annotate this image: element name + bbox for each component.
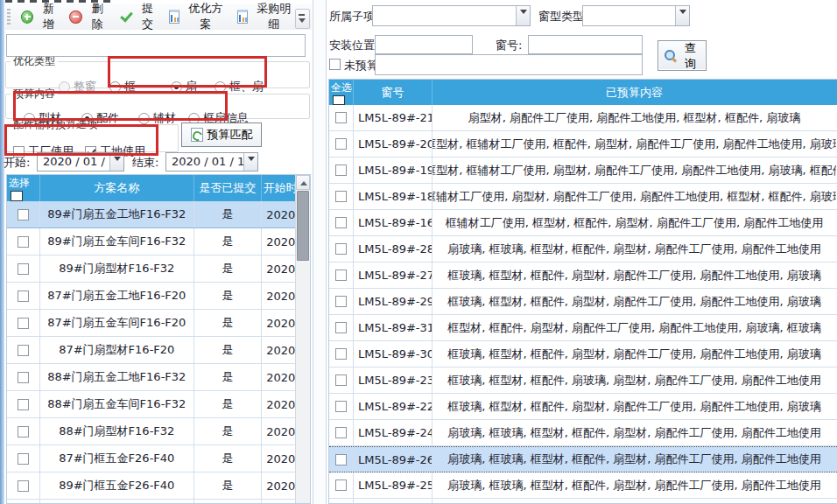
table-row[interactable]: LM5L-89#-21F19 扇型材, 扇配件工厂使用, 扇配件工地使用, 框型… <box>329 105 837 131</box>
no-budget-input[interactable] <box>375 54 643 75</box>
window-no-cell: LM5L-89#-21F19 <box>354 105 433 130</box>
table-row[interactable]: 87#门扇五金工地F16-F20 是 2020/0 <box>7 283 310 310</box>
row-checkbox[interactable] <box>335 243 347 255</box>
toolbar-grip[interactable] <box>7 9 11 24</box>
row-checkbox[interactable] <box>18 263 29 275</box>
table-row[interactable]: LM5L-89#-29F27 框玻璃, 框型材, 框配件, 扇型材, 扇配件工厂… <box>329 289 837 315</box>
row-checkbox[interactable] <box>18 453 29 465</box>
table-row[interactable]: LM5L-89#-27F25 框玻璃, 框型材, 框配件, 扇型材, 扇配件工厂… <box>329 262 837 289</box>
start-date-picker[interactable]: 2020 / 01 / 1 <box>37 152 124 172</box>
caret-down-icon[interactable] <box>109 153 123 171</box>
caret-down-icon[interactable] <box>516 6 530 25</box>
budgeted-content-cell: 扇型材, 扇配件工厂使用, 扇配件工地使用, 框型材, 框配件, 扇玻璃 <box>433 105 836 130</box>
table-row[interactable]: LM5L-89#-20F18 框型材, 框辅材工厂使用, 框配件, 扇型材, 扇… <box>329 131 837 158</box>
add-button[interactable]: 新增 <box>16 0 65 35</box>
row-checkbox[interactable] <box>335 374 347 386</box>
budget-content-group: 预算内容 型材 配件 辅材 框扇信息 <box>5 87 310 119</box>
no-budget-checkbox[interactable] <box>329 59 341 70</box>
optimize-type-group: 优化类型 整窗 框 扇 框、扇 <box>5 54 310 88</box>
table-row[interactable]: 89#门扇型材F16-F32 是 2020/0 <box>7 256 310 283</box>
sub-item-combobox[interactable] <box>372 5 531 26</box>
caret-down-icon[interactable] <box>675 6 689 25</box>
row-checkbox[interactable] <box>18 236 29 248</box>
table-row[interactable]: 87#门框五金F26-F40 是 2020/0 <box>7 445 310 472</box>
scroll-up-button[interactable] <box>296 175 310 190</box>
budgeted-content-cell: 框型材, 框辅材工厂使用, 框配件, 扇型材, 扇配件工厂使用, 扇配件工地使用… <box>433 131 836 157</box>
select-all-checkbox[interactable] <box>333 95 345 105</box>
plan-name-cell: 89#门框五金F26-F40 <box>40 472 194 499</box>
table-row[interactable]: LM5L-89#-22F20 框玻璃, 框型材, 框配件, 扇型材, 扇配件工厂… <box>329 394 837 420</box>
row-checkbox[interactable] <box>335 480 347 491</box>
install-position-input[interactable] <box>375 35 473 54</box>
row-checkbox[interactable] <box>18 318 29 329</box>
row-checkbox[interactable] <box>335 427 347 438</box>
row-checkbox[interactable] <box>18 399 29 410</box>
row-checkbox[interactable] <box>18 480 29 492</box>
table-row[interactable]: LM5L-89#-18F16 框辅材工厂使用, 扇型材, 扇配件工厂使用, 扇配… <box>329 184 837 210</box>
row-checkbox[interactable] <box>335 401 347 412</box>
table-row[interactable]: 88#门扇型材F16-F32 是 2020/0 <box>7 418 310 445</box>
scrollbar-thumb[interactable] <box>297 191 309 261</box>
row-checkbox[interactable] <box>335 138 347 150</box>
table-row[interactable]: 88#门扇五金工地F16-F32 是 2020/0 <box>7 364 310 391</box>
row-checkbox[interactable] <box>335 164 347 176</box>
delete-button[interactable]: 删除 <box>64 0 113 35</box>
end-date-picker[interactable]: 2020 / 01 / 13 <box>165 152 258 172</box>
window-no-input[interactable] <box>528 35 643 54</box>
sub-item-label: 所属子项: <box>329 9 378 24</box>
table-row[interactable]: 88#门框五金F21-F40 是 2020/0 <box>7 500 310 504</box>
panel-splitter[interactable] <box>313 0 327 504</box>
row-checkbox[interactable] <box>18 372 29 383</box>
window-no-column-header[interactable]: 窗号 <box>354 80 433 105</box>
toolbar-overflow-button[interactable] <box>295 9 310 29</box>
table-row-selected[interactable]: LM5L-89#-26F24 扇玻璃, 框玻璃, 框型材, 框配件, 扇型材, … <box>329 446 837 472</box>
vertical-scrollbar[interactable] <box>295 175 310 504</box>
table-row[interactable]: 89#门扇五金工地F16-F32 是 2020/0 <box>7 201 310 228</box>
table-row[interactable]: LM5L-89#-24F22 扇玻璃, 框玻璃, 框型材, 框配件, 扇型材, … <box>329 420 837 446</box>
row-checkbox[interactable] <box>18 209 29 220</box>
window-type-combobox[interactable] <box>582 5 690 26</box>
budgeted-content-cell: 框辅材工厂使用, 框型材, 框配件, 扇型材, 扇配件工厂使用, 扇配件工地使用 <box>433 210 836 235</box>
table-row[interactable]: 87#门扇型材F16-F20 是 2020/0 <box>7 337 310 364</box>
row-checkbox[interactable] <box>335 322 347 333</box>
table-row[interactable]: LM5L-89#-31F29 框型材, 框配件, 扇型材, 扇配件工厂使用, 扇… <box>329 315 837 341</box>
caret-down-icon[interactable] <box>243 153 257 171</box>
row-checkbox[interactable] <box>335 191 347 202</box>
budgeted-content-cell: 框型材, 框配件, 扇型材, 扇配件工厂使用, 扇配件工地使用, 扇玻璃, 框玻… <box>433 315 836 340</box>
budgeted-content-cell: 扇玻璃, 框玻璃, 框型材, 框配件, 扇型材, 扇配件工厂使用, 扇配件工地使… <box>433 236 836 262</box>
table-row[interactable]: LM5L-89#-16F15 框辅材工厂使用, 框型材, 框配件, 扇型材, 扇… <box>329 210 837 236</box>
table-row[interactable]: LM5L-89#-25F23 扇玻璃, 框玻璃, 框型材, 框配件, 扇型材, … <box>329 472 837 499</box>
row-checkbox[interactable] <box>335 112 347 123</box>
submitted-column-header[interactable]: 是否已提交 <box>194 175 263 201</box>
select-all-checkbox[interactable] <box>11 191 23 201</box>
row-checkbox[interactable] <box>335 296 347 307</box>
budgeted-content-cell: 扇玻璃, 框玻璃, 框型材, 框配件, 扇型材, 扇配件工厂使用, 扇配件工地使… <box>433 447 836 472</box>
table-row[interactable]: LM5L-89#-28F26 扇玻璃, 框玻璃, 框型材, 框配件, 扇型材, … <box>329 236 837 262</box>
budget-table-header: 全选 窗号 已预算内容 <box>329 80 837 105</box>
row-checkbox[interactable] <box>18 426 29 438</box>
row-checkbox[interactable] <box>18 290 29 302</box>
query-button[interactable]: 查询 <box>658 40 707 71</box>
row-checkbox[interactable] <box>335 454 347 466</box>
magnifier-icon <box>664 49 677 62</box>
table-row[interactable]: LM5L-89#-23F21 框玻璃, 框型材, 框配件, 扇玻璃, 扇型材, … <box>329 368 837 394</box>
row-checkbox[interactable] <box>335 217 347 228</box>
optimize-type-legend: 优化类型 <box>11 54 58 69</box>
window-no-cell: LM5L-89#-28F26 <box>354 236 433 262</box>
row-checkbox[interactable] <box>18 345 29 356</box>
table-row[interactable]: 88#门扇五金车间F16-F32 是 2020/0 <box>7 391 310 418</box>
table-row[interactable]: 89#门扇五金车间F16-F32 是 2020/0 <box>7 228 310 256</box>
submit-button[interactable]: 提交 <box>113 0 164 35</box>
row-checkbox[interactable] <box>335 270 347 281</box>
budget-match-button[interactable]: 预算匹配 <box>181 122 262 147</box>
table-row[interactable]: LM5L-89#-30F28 框玻璃, 框型材, 框配件, 扇型材, 扇配件工厂… <box>329 341 837 368</box>
window-no-cell: LM5L-89#-26F24 <box>354 447 433 472</box>
optimize-plan-button[interactable]: 优化方案 <box>164 0 232 35</box>
table-row[interactable]: 89#门框五金F26-F40 是 2020/0 <box>7 472 310 500</box>
table-row[interactable]: 87#门扇五金车间F16-F20 是 2020/0 <box>7 310 310 337</box>
budgeted-column-header[interactable]: 已预算内容 <box>433 80 836 105</box>
row-checkbox[interactable] <box>335 348 347 360</box>
table-row[interactable]: LM5L-89#-19F17 框型材, 框辅材工厂使用, 扇型材, 扇配件工厂使… <box>329 158 837 184</box>
budget-table: 全选 窗号 已预算内容 LM5L-89#-21F19 扇型材, 扇配件工厂使用,… <box>328 79 837 504</box>
name-column-header[interactable]: 方案名称 <box>40 175 194 201</box>
